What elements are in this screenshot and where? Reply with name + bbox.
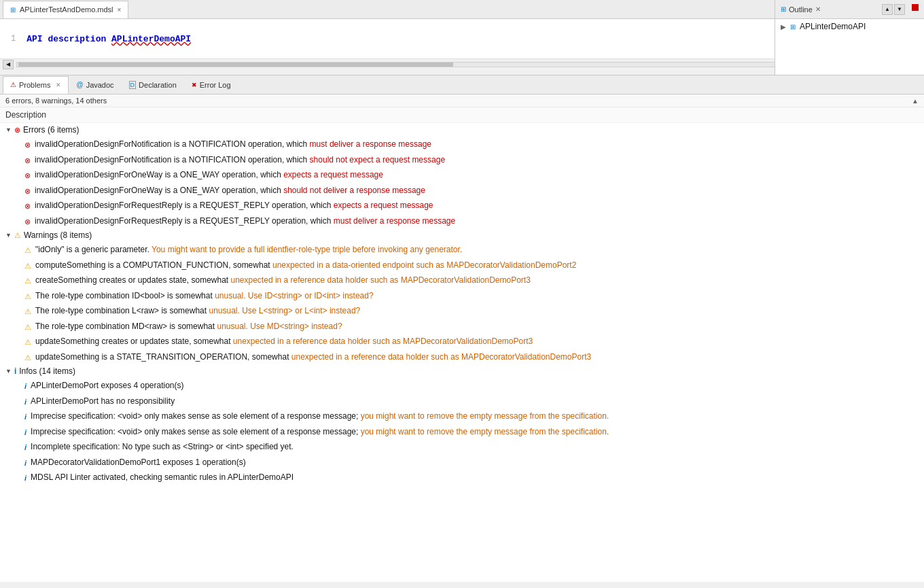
problems-tab-close[interactable]: ✕ bbox=[56, 82, 61, 88]
warnings-category-icon: ⚠ bbox=[14, 231, 21, 240]
outline-panel: ⊞ Outline ✕ ▲ ▼ ▶ ⊞ APLinterDemoAPI bbox=[775, 0, 924, 75]
warning-item-5[interactable]: ⚠ The role-type combination L<raw> is so… bbox=[0, 303, 924, 319]
code-keyword-api: API bbox=[26, 34, 42, 44]
warning-text-7: updateSomething creates or updates state… bbox=[35, 335, 919, 347]
error-item-1[interactable]: ⊗ invalidOperationDesignForNotification … bbox=[0, 137, 924, 152]
info-text-4: Imprecise specification: <void> only mak… bbox=[31, 426, 919, 438]
info-item-6[interactable]: i MAPDecoratorValidationDemoPort1 expose… bbox=[0, 455, 924, 470]
warning-icon-2: ⚠ bbox=[24, 260, 31, 272]
tab-problems[interactable]: ⚠ Problems ✕ bbox=[3, 76, 69, 94]
error-icon-3: ⊗ bbox=[24, 170, 31, 181]
declaration-tab-icon: D bbox=[129, 81, 137, 89]
category-warnings[interactable]: ▼ ⚠ Warnings (8 items) bbox=[0, 228, 924, 242]
warning-item-6[interactable]: ⚠ The role-type combination MD<raw> is s… bbox=[0, 319, 924, 334]
warning-text-1: "idOnly" is a generic parameter. You mig… bbox=[35, 243, 919, 256]
outline-close-icon: ✕ bbox=[815, 5, 821, 13]
warning-text-5: The role-type combination L<raw> is some… bbox=[35, 305, 919, 317]
scroll-left-arrow[interactable]: ◀ bbox=[3, 60, 14, 69]
outline-item-icon: ⊞ bbox=[790, 23, 796, 31]
info-item-1[interactable]: i APLinterDemoPort exposes 4 operation(s… bbox=[0, 378, 924, 394]
warning-text-4: The role-type combination ID<bool> is so… bbox=[35, 290, 919, 302]
infos-chevron: ▼ bbox=[5, 368, 12, 375]
javadoc-tab-label: Javadoc bbox=[86, 81, 114, 89]
outline-red-indicator bbox=[912, 4, 919, 11]
problems-list[interactable]: ▼ ⊗ Errors (6 items) ⊗ invalidOperationD… bbox=[0, 123, 924, 582]
collapse-icon[interactable]: ▲ bbox=[912, 97, 919, 105]
info-item-3[interactable]: i Imprecise specification: <void> only m… bbox=[0, 409, 924, 424]
error-icon-1: ⊗ bbox=[24, 139, 31, 151]
info-item-4[interactable]: i Imprecise specification: <void> only m… bbox=[0, 424, 924, 440]
error-text-2: invalidOperationDesignForNotification is… bbox=[35, 154, 919, 166]
errorlog-tab-icon: ✖ bbox=[192, 82, 197, 88]
info-icon-1: i bbox=[24, 381, 26, 392]
panel-status: 6 errors, 8 warnings, 14 others bbox=[5, 97, 107, 105]
info-icon-7: i bbox=[24, 472, 26, 484]
infos-category-label: Infos (14 items) bbox=[19, 366, 75, 376]
outline-down-button[interactable]: ▼ bbox=[894, 4, 905, 15]
outline-header: ⊞ Outline ✕ ▲ ▼ bbox=[775, 0, 924, 19]
warning-item-3[interactable]: ⚠ createSomething creates or updates sta… bbox=[0, 273, 924, 288]
editor-tab[interactable]: ⊞ APLinterTestAndDemo.mdsl × bbox=[3, 1, 128, 18]
error-icon-6: ⊗ bbox=[24, 216, 31, 228]
warning-item-4[interactable]: ⚠ The role-type combination ID<bool> is … bbox=[0, 288, 924, 304]
tab-javadoc[interactable]: @ Javadoc bbox=[69, 76, 121, 94]
code-keyword-description: description bbox=[48, 34, 106, 44]
infos-category-icon: i bbox=[14, 366, 16, 376]
file-icon: ⊞ bbox=[10, 6, 16, 14]
collapse-controls: ▲ bbox=[912, 97, 919, 105]
problems-tab-icon: ⚠ bbox=[10, 81, 16, 88]
errors-items: ⊗ invalidOperationDesignForNotification … bbox=[0, 137, 924, 228]
error-icon-5: ⊗ bbox=[24, 201, 31, 212]
outline-panel-icon: ⊞ bbox=[781, 5, 786, 13]
code-identifier: APLinterDemoAPI bbox=[111, 34, 191, 44]
warnings-items: ⚠ "idOnly" is a generic parameter. You m… bbox=[0, 242, 924, 364]
info-item-7[interactable]: i MDSL API Linter activated, checking se… bbox=[0, 470, 924, 485]
error-text-4: invalidOperationDesignForOneWay is a ONE… bbox=[35, 184, 919, 196]
error-item-2[interactable]: ⊗ invalidOperationDesignForNotification … bbox=[0, 152, 924, 168]
errors-category-icon: ⊗ bbox=[14, 126, 20, 135]
warnings-category-label: Warnings (8 items) bbox=[24, 230, 92, 240]
info-item-5[interactable]: i Incomplete specification: No type such… bbox=[0, 439, 924, 455]
info-item-2[interactable]: i APLinterDemoPort has no responsibility bbox=[0, 394, 924, 409]
error-item-4[interactable]: ⊗ invalidOperationDesignForOneWay is a O… bbox=[0, 183, 924, 198]
error-item-5[interactable]: ⊗ invalidOperationDesignForRequestReply … bbox=[0, 198, 924, 213]
warning-icon-8: ⚠ bbox=[24, 352, 31, 364]
warning-text-3: createSomething creates or updates state… bbox=[35, 274, 919, 286]
outline-expand-arrow[interactable]: ▶ bbox=[781, 23, 786, 31]
outline-up-button[interactable]: ▲ bbox=[882, 4, 893, 15]
warning-item-7[interactable]: ⚠ updateSomething creates or updates sta… bbox=[0, 334, 924, 349]
warnings-chevron: ▼ bbox=[5, 232, 12, 239]
errorlog-tab-label: Error Log bbox=[200, 81, 231, 89]
warning-text-8: updateSomething is a STATE_TRANSITION_OP… bbox=[35, 351, 919, 363]
declaration-tab-label: Declaration bbox=[139, 81, 177, 89]
warning-icon-7: ⚠ bbox=[24, 336, 31, 348]
category-infos[interactable]: ▼ i Infos (14 items) bbox=[0, 364, 924, 378]
errors-chevron: ▼ bbox=[5, 126, 12, 133]
top-section: ⊞ APLinterTestAndDemo.mdsl × 1 API descr… bbox=[0, 0, 924, 75]
info-text-1: APLinterDemoPort exposes 4 operation(s) bbox=[31, 379, 919, 392]
warning-icon-6: ⚠ bbox=[24, 322, 31, 333]
info-icon-4: i bbox=[24, 427, 26, 438]
error-item-6[interactable]: ⊗ invalidOperationDesignForRequestReply … bbox=[0, 213, 924, 229]
info-icon-5: i bbox=[24, 442, 26, 453]
outline-content: ▶ ⊞ APLinterDemoAPI bbox=[775, 19, 924, 34]
warning-text-2: computeSomething is a COMPUTATION_FUNCTI… bbox=[35, 259, 919, 271]
warning-icon-1: ⚠ bbox=[24, 245, 31, 256]
editor-tab-label: APLinterTestAndDemo.mdsl bbox=[20, 5, 113, 14]
error-text-1: invalidOperationDesignForNotification is… bbox=[35, 138, 919, 150]
tab-errorlog[interactable]: ✖ Error Log bbox=[184, 76, 238, 94]
outline-title: Outline bbox=[789, 5, 813, 14]
error-item-3[interactable]: ⊗ invalidOperationDesignForOneWay is a O… bbox=[0, 167, 924, 183]
scroll-thumb bbox=[18, 63, 453, 67]
category-errors[interactable]: ▼ ⊗ Errors (6 items) bbox=[0, 123, 924, 137]
info-icon-2: i bbox=[24, 396, 26, 408]
problems-tab-label: Problems bbox=[19, 81, 50, 89]
tab-declaration[interactable]: D Declaration bbox=[122, 76, 184, 94]
warning-item-1[interactable]: ⚠ "idOnly" is a generic parameter. You m… bbox=[0, 242, 924, 258]
warning-item-2[interactable]: ⚠ computeSomething is a COMPUTATION_FUNC… bbox=[0, 258, 924, 273]
outline-item-label: APLinterDemoAPI bbox=[800, 22, 866, 31]
editor-tab-close[interactable]: × bbox=[118, 6, 122, 14]
javadoc-tab-icon: @ bbox=[76, 81, 83, 88]
info-icon-6: i bbox=[24, 457, 26, 469]
warning-item-8[interactable]: ⚠ updateSomething is a STATE_TRANSITION_… bbox=[0, 349, 924, 365]
